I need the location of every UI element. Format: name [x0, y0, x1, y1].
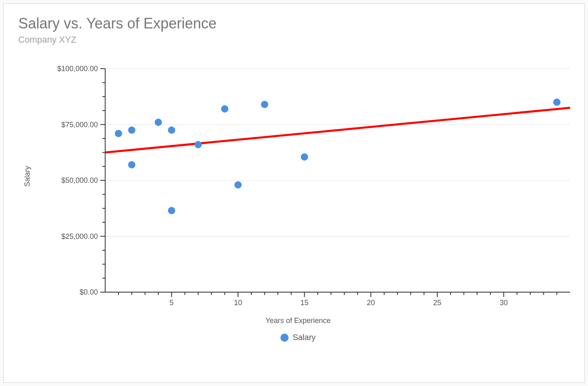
chart-title: Salary vs. Years of Experience [18, 15, 570, 32]
data-point [301, 153, 308, 160]
y-tick-label: $100,000.00 [57, 65, 98, 73]
x-tick-label: 20 [367, 299, 375, 307]
chart-container: Salary vs. Years of Experience Company X… [3, 3, 585, 383]
data-point [168, 207, 175, 214]
y-axis-label: Salary [23, 166, 32, 186]
legend-dot-icon [281, 334, 289, 342]
data-point [221, 105, 228, 113]
y-tick-label: $25,000.00 [61, 232, 98, 241]
legend-label: Salary [293, 333, 316, 342]
y-tick-label: $0.00 [80, 288, 98, 296]
x-tick-label: 10 [234, 299, 242, 307]
data-point [234, 181, 242, 189]
data-point [128, 161, 135, 169]
chart-subtitle: Company XYZ [18, 35, 570, 45]
y-tick-label: $75,000.00 [61, 121, 98, 129]
data-point [261, 101, 268, 108]
data-point [168, 126, 175, 134]
chart-svg: $0.00$25,000.00$50,000.00$75,000.00$100,… [20, 65, 576, 341]
data-point [128, 126, 135, 134]
legend: Salary [281, 333, 316, 342]
plot-area: Salary $0.00$25,000.00$50,000.00$75,000.… [20, 65, 576, 341]
data-point [115, 130, 122, 137]
x-tick-label: 30 [499, 299, 508, 307]
x-tick-label: 15 [300, 299, 309, 307]
data-point [195, 141, 202, 148]
data-point [553, 99, 560, 106]
x-axis-label: Years of Experience [266, 317, 331, 325]
x-tick-label: 25 [433, 299, 441, 307]
x-tick-label: 5 [170, 299, 174, 307]
y-tick-label: $50,000.00 [61, 176, 98, 184]
data-point [155, 119, 162, 126]
